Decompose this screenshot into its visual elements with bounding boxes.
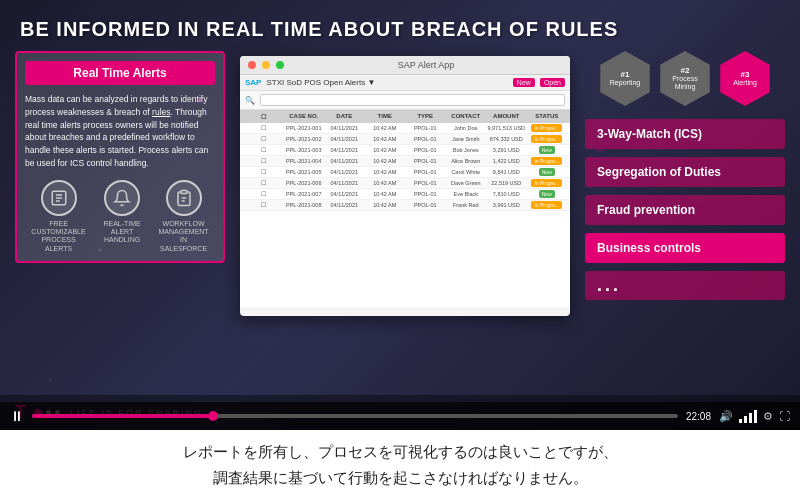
- screenshot-toolbar: SAP STXI SoD POS Open Alerts ▼ New Open: [240, 75, 570, 91]
- signal-bars: [739, 410, 757, 423]
- slide-header: BE INFORMED IN REAL TIME ABOUT BREACH OF…: [0, 0, 800, 51]
- slide-area: BE INFORMED IN REAL TIME ABOUT BREACH OF…: [0, 0, 800, 430]
- minimize-dot: [262, 61, 270, 69]
- time-display: 22:08: [686, 411, 711, 422]
- window-title: SAP Alert App: [290, 60, 562, 70]
- search-field[interactable]: [260, 94, 565, 106]
- bell-icon: [104, 180, 140, 216]
- step-alerting-shape: #3 Alerting: [718, 51, 773, 106]
- fullscreen-icon[interactable]: ⛶: [779, 410, 790, 422]
- step-reporting[interactable]: #1 Reporting: [598, 51, 653, 106]
- real-time-alerts-title: Real Time Alerts: [25, 61, 215, 85]
- table-row: ☐ PPL-2021-005 04/11/2021 10:42 AM PPOL-…: [240, 167, 570, 178]
- screenshot-titlebar: SAP Alert App: [240, 56, 570, 75]
- close-dot: [248, 61, 256, 69]
- sap-logo: SAP: [245, 78, 261, 87]
- open-button[interactable]: Open: [540, 78, 565, 87]
- signal-bar-4: [754, 410, 757, 423]
- table-row: ☐ PPL-2021-006 04/11/2021 10:42 AM PPOL-…: [240, 178, 570, 189]
- signal-bar-3: [749, 413, 752, 423]
- steps-row: #1 Reporting #2 ProcessMining #3 Alertin…: [585, 51, 785, 106]
- fraud-prevention-button[interactable]: Fraud prevention: [585, 195, 785, 225]
- feature-icons-row: FREECUSTOMIZABLEPROCESSALERTS REAL-TIMEA…: [25, 180, 215, 254]
- search-bar: 🔍: [240, 91, 570, 110]
- col-case: CASE NO.: [284, 112, 325, 121]
- slide-title: BE INFORMED IN REAL TIME ABOUT BREACH OF…: [20, 18, 780, 41]
- center-panel: SAP Alert App SAP STXI SoD POS Open Aler…: [240, 51, 570, 371]
- workflow-mgmt-label: WORKFLOWMANAGEMENTINSALESFORCE: [158, 220, 208, 254]
- step-reporting-shape: #1 Reporting: [598, 51, 653, 106]
- play-pause-button[interactable]: ⏸: [10, 408, 24, 424]
- toolbar-alert-title: STXI SoD POS Open Alerts ▼: [266, 78, 375, 87]
- table-row: ☐ PPL-2021-001 04/11/2021 10:42 AM PPOL-…: [240, 123, 570, 134]
- free-customizable-icon-item: FREECUSTOMIZABLEPROCESSALERTS: [31, 180, 85, 254]
- real-time-alerts-text: Mass data can be analyzed in regards to …: [25, 93, 215, 170]
- free-customizable-icon: [41, 180, 77, 216]
- slide-content: Real Time Alerts Mass data can be analyz…: [0, 51, 800, 371]
- signal-bar-1: [739, 419, 742, 423]
- free-customizable-label: FREECUSTOMIZABLEPROCESSALERTS: [31, 220, 85, 254]
- progress-bar[interactable]: [32, 414, 678, 418]
- segregation-of-duties-button[interactable]: Segregation of Duties: [585, 157, 785, 187]
- video-controls[interactable]: ⏸ 22:08 🔊 ⚙ ⛶: [0, 402, 800, 430]
- caption-line-1: レポートを所有し、プロセスを可視化するのは良いことですが、: [183, 441, 618, 464]
- left-panel: Real Time Alerts Mass data can be analyz…: [15, 51, 225, 371]
- step-process-mining-shape: #2 ProcessMining: [658, 51, 713, 106]
- settings-icons: 🔊 ⚙ ⛶: [719, 410, 790, 423]
- new-button[interactable]: New: [513, 78, 535, 87]
- maximize-dot: [276, 61, 284, 69]
- caption-bar: レポートを所有し、プロセスを可視化するのは良いことですが、 調査結果に基づいて行…: [0, 430, 800, 500]
- table-row: ☐ PPL-2021-008 04/11/2021 10:42 AM PPOL-…: [240, 200, 570, 211]
- col-type: TYPE: [405, 112, 446, 121]
- settings-icon[interactable]: ⚙: [763, 410, 773, 423]
- workflow-mgmt-icon-item: WORKFLOWMANAGEMENTINSALESFORCE: [158, 180, 208, 254]
- col-date: DATE: [324, 112, 365, 121]
- col-amount: AMOUNT: [486, 112, 527, 121]
- col-status: STATUS: [527, 112, 568, 121]
- business-controls-button[interactable]: Business controls: [585, 233, 785, 263]
- col-time: TIME: [365, 112, 406, 121]
- table-row: ☐ PPL-2021-003 04/11/2021 10:42 AM PPOL-…: [240, 145, 570, 156]
- table-row: ☐ PPL-2021-004 04/11/2021 10:42 AM PPOL-…: [240, 156, 570, 167]
- progress-handle[interactable]: [208, 411, 218, 421]
- clipboard-icon: [166, 180, 202, 216]
- three-way-match-button[interactable]: 3-Way-Match (ICS): [585, 119, 785, 149]
- table-header: ☐ CASE NO. DATE TIME TYPE CONTACT AMOUNT…: [240, 110, 570, 123]
- svg-point-12: [48, 378, 52, 382]
- right-panel: #1 Reporting #2 ProcessMining #3 Alertin…: [585, 51, 785, 371]
- real-time-alert-label: REAL-TIMEALERTHANDLING: [103, 220, 140, 245]
- svg-rect-17: [181, 190, 187, 193]
- signal-bar-2: [744, 416, 747, 423]
- real-time-alert-icon-item: REAL-TIMEALERTHANDLING: [103, 180, 140, 254]
- step-process-mining[interactable]: #2 ProcessMining: [658, 51, 713, 106]
- col-select: ☐: [243, 112, 284, 121]
- table-row: ☐ PPL-2021-002 04/11/2021 10:42 AM PPOL-…: [240, 134, 570, 145]
- more-controls-button[interactable]: ...: [585, 271, 785, 300]
- screenshot-box: SAP Alert App SAP STXI SoD POS Open Aler…: [240, 56, 570, 316]
- volume-icon[interactable]: 🔊: [719, 410, 733, 423]
- caption-line-2: 調査結果に基づいて行動を起こさなければなりません。: [213, 467, 588, 490]
- screenshot-content: SAP STXI SoD POS Open Alerts ▼ New Open …: [240, 75, 570, 307]
- table-row: ☐ PPL-2021-007 04/11/2021 10:42 AM PPOL-…: [240, 189, 570, 200]
- search-label: 🔍: [245, 96, 255, 105]
- step-alerting[interactable]: #3 Alerting: [718, 51, 773, 106]
- col-contact: CONTACT: [446, 112, 487, 121]
- table-body: ☐ PPL-2021-001 04/11/2021 10:42 AM PPOL-…: [240, 123, 570, 211]
- progress-bar-fill: [32, 414, 213, 418]
- real-time-alerts-box: Real Time Alerts Mass data can be analyz…: [15, 51, 225, 263]
